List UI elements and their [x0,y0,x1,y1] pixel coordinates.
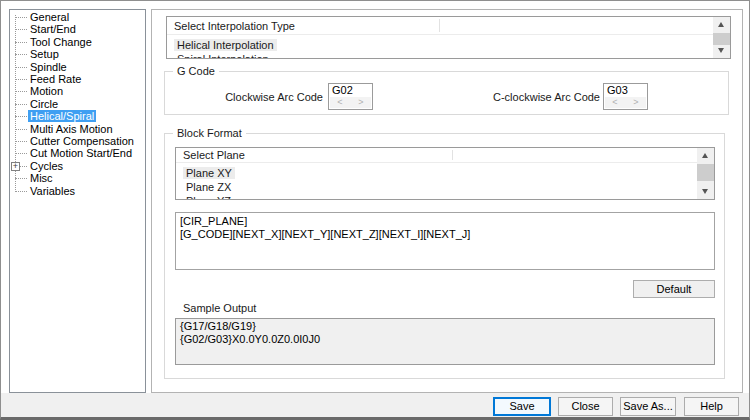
sidebar-item-helical-spiral[interactable]: Helical/Spiral [10,110,145,123]
plane-scrollbar[interactable] [697,148,714,199]
spin-decrement-icon[interactable]: < [330,97,350,108]
sidebar-item-cycles[interactable]: +Cycles [10,160,145,173]
tree-branch-line [15,116,27,117]
gcode-group-title: G Code [173,65,219,77]
default-button[interactable]: Default [633,280,715,298]
gcode-group: G Code Clockwise Arc Code G02 < > C-cloc… [164,71,729,115]
tree-branch-line [15,141,27,142]
post-processor-settings-dialog: General Start/End Tool Change Setup Spin… [0,0,750,420]
block-format-group-title: Block Format [173,127,246,139]
format-line-2: [G_CODE][NEXT_X][NEXT_Y][NEXT_Z][NEXT_I]… [180,228,710,241]
scroll-down-icon [718,48,724,53]
tree-branch-line [15,178,27,179]
sidebar-item-setup[interactable]: Setup [10,48,145,61]
list-item-spiral-interpolation[interactable]: Spiral Interpolation [167,52,713,58]
sidebar-item-misc[interactable]: Misc [10,172,145,185]
sidebar-item-feed-rate[interactable]: Feed Rate [10,73,145,86]
save-as-button[interactable]: Save As... [620,397,676,416]
settings-detail-panel: Select Interpolation Type Helical Interp… [151,9,743,393]
tree-branch-line [15,42,27,43]
spin-increment-icon[interactable]: > [351,97,371,108]
scroll-down-button[interactable] [713,43,730,58]
interpolation-header-label: Select Interpolation Type [174,20,295,32]
plane-header-label: Select Plane [183,149,245,161]
sample-output-label: Sample Output [183,302,256,315]
save-button[interactable]: Save [493,397,551,416]
sidebar-item-start-end[interactable]: Start/End [10,23,145,36]
tree-branch-line [15,79,27,80]
scroll-up-icon [702,153,708,158]
list-item-plane-yz[interactable]: Plane YZ [176,194,697,199]
tree-branch-line [20,166,27,167]
tree-branch-line [15,129,27,130]
sidebar-item-cutter-compensation[interactable]: Cutter Compensation [10,135,145,148]
tree-branch-line [15,191,27,192]
scroll-down-button[interactable] [697,184,714,199]
tree-branch-line [15,104,27,105]
select-plane-list: Select Plane Plane XY Plane ZX Plane YZ [175,147,715,200]
sidebar-item-multi-axis-motion[interactable]: Multi Axis Motion [10,123,145,136]
scroll-up-button[interactable] [713,17,730,32]
tree-branch-line [15,153,27,154]
cclockwise-arc-code-label: C-clockwise Arc Code [465,91,600,104]
sample-line-1: {G17/G18/G19} [180,320,710,333]
sidebar-item-spindle[interactable]: Spindle [10,61,145,74]
plane-rows: Plane XY Plane ZX Plane YZ [176,164,697,199]
cclockwise-arc-code-field[interactable]: G03 < > [603,83,648,110]
tree-expand-plus-icon[interactable]: + [11,162,20,171]
clockwise-spinner: < > [330,97,371,108]
scroll-up-icon [718,22,724,27]
clockwise-arc-code-value[interactable]: G02 [329,84,372,97]
spin-increment-icon[interactable]: > [626,97,646,108]
clockwise-arc-code-label: Clockwise Arc Code [205,91,323,104]
sidebar-item-general[interactable]: General [10,11,145,24]
scroll-up-button[interactable] [697,148,714,163]
header-column-divider [452,150,453,160]
interpolation-list-header[interactable]: Select Interpolation Type [167,17,730,35]
block-format-textarea[interactable]: [CIR_PLANE] [G_CODE][NEXT_X][NEXT_Y][NEX… [175,212,715,270]
interpolation-type-list: Select Interpolation Type Helical Interp… [166,16,731,59]
sample-output-box: {G17/G18/G19} {G02/G03}X0.0Y0.0Z0.0I0J0 [175,318,715,365]
tree-branch-line [15,54,27,55]
interpolation-rows: Helical Interpolation Spiral Interpolati… [167,36,713,58]
spin-decrement-icon[interactable]: < [605,97,625,108]
help-button[interactable]: Help [684,397,739,416]
sidebar-item-motion[interactable]: Motion [10,85,145,98]
interpolation-scrollbar[interactable] [713,17,730,58]
sidebar-item-variables[interactable]: Variables [10,185,145,198]
sample-line-2: {G02/G03}X0.0Y0.0Z0.0I0J0 [180,333,710,346]
list-item-plane-xy[interactable]: Plane XY [176,166,697,180]
tree-branch-line [15,67,27,68]
header-column-divider [439,19,440,32]
plane-list-header[interactable]: Select Plane [176,148,714,163]
clockwise-arc-code-field[interactable]: G02 < > [328,83,373,110]
list-item-helical-interpolation[interactable]: Helical Interpolation [167,38,713,52]
tree-branch-line [15,91,27,92]
block-format-group: Block Format Select Plane Plane XY Plane… [164,133,725,379]
cclockwise-arc-code-value[interactable]: G03 [604,84,647,97]
settings-category-tree: General Start/End Tool Change Setup Spin… [9,9,146,393]
sidebar-item-circle[interactable]: Circle [10,98,145,111]
sidebar-item-tool-change[interactable]: Tool Change [10,36,145,49]
scroll-down-icon [702,189,708,194]
tree-branch-line [15,17,27,18]
scrollbar-thumb[interactable] [697,164,714,181]
format-line-1: [CIR_PLANE] [180,215,710,228]
close-button[interactable]: Close [558,397,613,416]
cclockwise-spinner: < > [605,97,646,108]
tree-branch-line [15,29,27,30]
sidebar-item-cut-motion-start-end[interactable]: Cut Motion Start/End [10,147,145,160]
list-item-plane-zx[interactable]: Plane ZX [176,180,697,194]
